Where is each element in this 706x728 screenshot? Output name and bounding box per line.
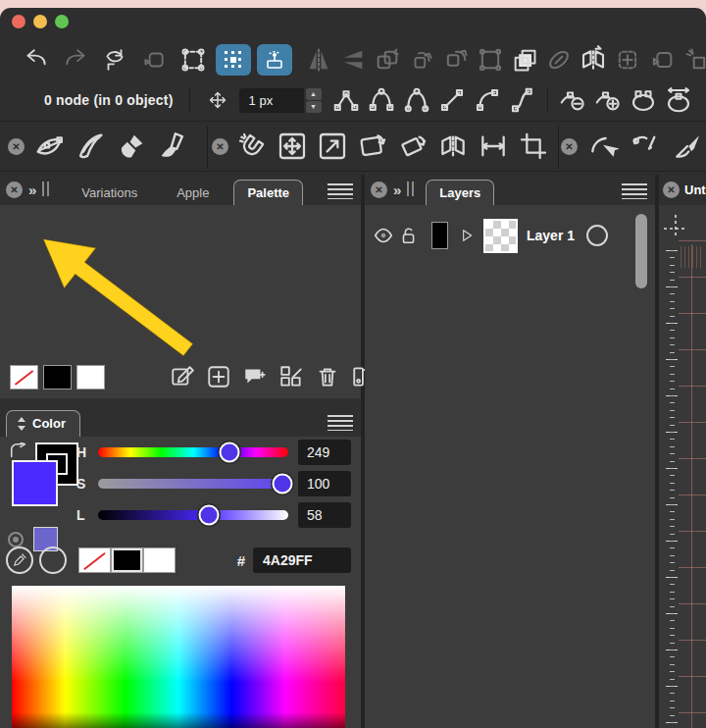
stroke-to-path-icon[interactable] (662, 83, 695, 117)
loop-copy-icon[interactable] (645, 43, 679, 77)
object-to-path-icon[interactable] (627, 83, 660, 117)
undo-icon[interactable] (20, 43, 53, 77)
rotate-ccw-icon[interactable] (371, 43, 404, 77)
delete-node-icon[interactable] (556, 83, 589, 117)
rotate-cw-icon[interactable] (439, 43, 473, 77)
shape-tool-icon[interactable] (32, 130, 66, 163)
no-color-circle-icon[interactable] (39, 546, 67, 574)
layer-expand-triangle-icon[interactable] (456, 219, 478, 252)
snap-resize-icon[interactable] (316, 130, 349, 163)
panel-menu-icon[interactable] (622, 183, 647, 199)
selection-bbox-icon[interactable] (176, 43, 210, 77)
layer-thumbnail[interactable] (483, 219, 518, 253)
paste-in-place-icon[interactable] (137, 43, 171, 77)
snap-move-icon[interactable] (276, 130, 309, 163)
snap-mirror-icon[interactable] (436, 130, 470, 163)
swatch-black[interactable] (43, 365, 72, 390)
hue-slider[interactable] (98, 447, 288, 457)
add-object-icon[interactable] (611, 43, 644, 77)
saturation-value[interactable]: 100 (298, 471, 351, 496)
line-segment-icon[interactable] (435, 83, 469, 117)
symmetric-node-icon[interactable] (400, 83, 433, 117)
s-curve-segment-icon[interactable] (506, 83, 539, 117)
canvas-area[interactable] (659, 205, 706, 728)
color-menu-icon[interactable] (328, 415, 353, 431)
close-document-icon[interactable]: ✕ (663, 182, 680, 198)
arrange-swatches-icon[interactable] (277, 363, 305, 390)
drag-handle-icon[interactable] (42, 182, 49, 196)
saturation-slider[interactable] (98, 479, 288, 489)
tab-layers[interactable]: Layers (426, 180, 494, 205)
saturation-knob[interactable] (273, 474, 293, 494)
swatch-none[interactable] (10, 365, 38, 390)
panel-menu-icon[interactable] (328, 183, 353, 199)
hex-input[interactable]: 4A29FF (253, 547, 351, 573)
quick-swatch-black[interactable] (111, 547, 143, 573)
drag-handle-icon[interactable] (407, 182, 414, 196)
delete-swatch-icon[interactable] (314, 363, 341, 390)
mirror-copy-icon[interactable] (577, 43, 610, 77)
hue-knob[interactable] (219, 442, 239, 463)
transform-object-icon[interactable] (474, 43, 507, 77)
rotate-cursor-icon[interactable] (586, 130, 620, 163)
lightness-value[interactable]: 58 (298, 502, 351, 528)
lightness-slider[interactable] (98, 510, 288, 520)
layer-select-circle[interactable] (586, 225, 608, 246)
smooth-node-icon[interactable] (365, 83, 398, 117)
crop-icon[interactable] (517, 130, 550, 163)
close-panel-icon[interactable]: ✕ (371, 182, 387, 198)
unlink-clone-icon[interactable] (680, 43, 706, 77)
link-objects-icon[interactable] (542, 43, 576, 77)
add-comment-icon[interactable] (241, 363, 269, 390)
knife-tool-icon[interactable] (671, 130, 704, 163)
step-size-value[interactable]: 1 px (239, 88, 304, 113)
swap-fill-stroke-icon[interactable] (8, 442, 29, 462)
tab-color[interactable]: Color (6, 410, 80, 437)
zoom-window-button[interactable] (55, 15, 69, 28)
calligraphy-pen-icon[interactable] (74, 130, 107, 163)
collapse-chevron-icon[interactable]: » (28, 182, 36, 198)
clipped-node-icon[interactable] (697, 83, 706, 117)
hue-value[interactable]: 249 (298, 440, 351, 465)
layers-scrollbar[interactable] (635, 214, 647, 288)
redo-icon[interactable] (59, 43, 92, 77)
close-window-button[interactable] (12, 15, 25, 28)
tab-palette[interactable]: Palette (233, 180, 303, 205)
collapse-chevron-icon[interactable]: » (393, 182, 401, 198)
eraser-brush-icon[interactable] (156, 130, 189, 163)
refresh-icon[interactable] (98, 43, 131, 77)
tab-variations[interactable]: Variations (69, 181, 150, 205)
close-toolbar-group-icon[interactable]: ✕ (8, 138, 25, 155)
show-transform-handles-toggle[interactable] (216, 44, 251, 76)
fill-color-well[interactable] (12, 460, 58, 506)
flip-vertical-icon[interactable] (336, 43, 370, 77)
snap-rotate-icon[interactable] (356, 130, 389, 163)
quick-swatch-none[interactable] (78, 547, 111, 573)
edit-palette-icon[interactable] (169, 363, 196, 390)
minimize-window-button[interactable] (33, 15, 47, 28)
layer-lock-icon[interactable] (396, 219, 422, 252)
swatch-white[interactable] (76, 365, 105, 390)
snap-distance-icon[interactable] (477, 130, 510, 163)
lightness-knob[interactable] (198, 505, 219, 526)
snap-magnet-icon[interactable] (235, 130, 269, 163)
curve-segment-icon[interactable] (471, 83, 504, 117)
color-target-radio[interactable] (8, 532, 24, 547)
corner-node-icon[interactable] (329, 83, 363, 117)
layer-name[interactable]: Layer 1 (527, 228, 575, 243)
snap-skew-icon[interactable] (396, 130, 429, 163)
layer-color-swatch[interactable] (431, 222, 448, 249)
close-toolbar-group-icon[interactable]: ✕ (561, 138, 578, 155)
tab-apple[interactable]: Apple (164, 181, 222, 205)
quick-swatch-white[interactable] (143, 547, 176, 573)
color-field-picker[interactable] (12, 586, 345, 728)
flip-horizontal-icon[interactable] (302, 43, 335, 77)
show-outline-toggle[interactable] (257, 44, 292, 76)
close-toolbar-group-icon[interactable]: ✕ (212, 138, 228, 155)
add-swatch-icon[interactable] (205, 363, 232, 390)
spinner-up-button[interactable]: ▲ (306, 88, 322, 100)
stack-objects-icon[interactable] (508, 43, 541, 77)
layer-row[interactable]: Layer 1 (365, 215, 655, 256)
spinner-down-button[interactable]: ▼ (306, 101, 322, 113)
step-size-spinner[interactable]: 1 px ▲ ▼ (239, 88, 322, 113)
